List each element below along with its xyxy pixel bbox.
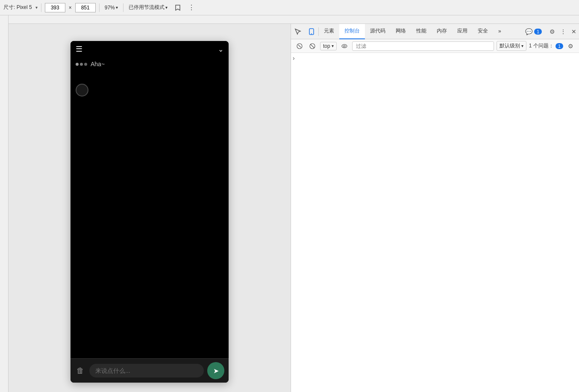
bookmark-button[interactable]	[173, 3, 183, 13]
svg-point-7	[344, 45, 345, 47]
bookmark-icon	[174, 4, 181, 11]
dot-3	[84, 63, 87, 66]
more-vertical-icon: ⋮	[560, 28, 566, 35]
eye-icon	[341, 43, 347, 49]
size-label: 尺寸: Pixel 5	[3, 4, 32, 11]
tab-elements[interactable]: 元素	[319, 24, 339, 39]
separator-2	[99, 3, 100, 12]
zoom-dropdown-icon: ▾	[116, 5, 118, 10]
tab-network[interactable]: 网络	[391, 24, 411, 39]
typing-indicator: Aha~	[71, 57, 229, 71]
console-issues-badge: 1	[555, 43, 563, 49]
phone-content	[71, 71, 229, 358]
console-content: ›	[291, 53, 579, 392]
ruler-area: ☰ ⌄ Aha~ 🗑	[0, 15, 579, 392]
svg-point-1	[311, 33, 312, 34]
throttle-button[interactable]: 已停用节流模式 ▾	[127, 3, 169, 12]
tab-security[interactable]: 安全	[473, 24, 493, 39]
throttle-label: 已停用节流模式	[129, 4, 165, 11]
inspect-button[interactable]	[291, 28, 305, 35]
clear-icon	[297, 43, 303, 49]
frame-selector-arrow: ▾	[332, 44, 334, 48]
svg-line-3	[298, 45, 301, 47]
more-options-icon: ⋮	[188, 3, 195, 12]
dot-1	[76, 63, 79, 66]
live-expressions-button[interactable]	[339, 42, 350, 50]
log-level-label: 默认级别	[500, 42, 520, 50]
tab-application[interactable]: 应用	[452, 24, 473, 39]
device-toggle-button[interactable]	[305, 28, 318, 35]
ruler-corner	[0, 15, 9, 24]
device-emulator-panel: ☰ ⌄ Aha~ 🗑	[9, 24, 291, 392]
console-issues-label: 1 个问题：	[529, 42, 554, 50]
ruler-top	[0, 15, 579, 24]
zoom-value: 97%	[105, 5, 115, 11]
settings-button[interactable]: ⚙	[547, 26, 558, 38]
issues-count-badge: 1	[534, 29, 542, 35]
ban-icon	[309, 43, 315, 49]
top-toolbar: 尺寸: Pixel 5 ▾ × 97% ▾ 已停用节流模式 ▾ ⋮	[0, 0, 579, 15]
svg-point-6	[342, 44, 347, 48]
log-level-dropdown[interactable]: 默认级别 ▾	[497, 41, 526, 51]
inspect-icon	[294, 28, 301, 35]
console-gear-icon: ⚙	[568, 43, 573, 50]
issues-badge-button[interactable]: 💬 1	[520, 24, 547, 39]
device-icon	[308, 28, 315, 35]
close-devtools-button[interactable]: ✕	[569, 26, 579, 38]
console-settings-button[interactable]: ⚙	[566, 41, 576, 51]
width-input[interactable]	[45, 3, 65, 12]
ban-button[interactable]	[307, 42, 317, 50]
chevron-down-icon[interactable]: ⌄	[218, 45, 223, 53]
send-button[interactable]: ➤	[207, 362, 224, 379]
trash-icon: 🗑	[76, 366, 84, 375]
svg-line-5	[311, 44, 314, 48]
console-toolbar: top ▾ 默认级别 ▾	[291, 39, 579, 53]
ruler-vertical	[0, 24, 9, 392]
throttle-dropdown-icon: ▾	[165, 5, 168, 10]
gear-icon: ⚙	[550, 28, 555, 35]
hamburger-icon[interactable]: ☰	[76, 44, 82, 54]
tab-performance[interactable]: 性能	[411, 24, 432, 39]
devtools-tabs: 元素 控制台 源代码 网络 性能 内存 应用	[291, 24, 579, 39]
tab-memory[interactable]: 内存	[432, 24, 452, 39]
send-icon: ➤	[213, 367, 219, 375]
frame-selector-label: top	[323, 43, 330, 49]
x-separator: ×	[69, 5, 72, 11]
trash-button[interactable]: 🗑	[75, 365, 86, 377]
zoom-button[interactable]: 97% ▾	[103, 4, 120, 12]
warning-icon: 💬	[525, 28, 532, 35]
tab-more[interactable]: »	[493, 24, 506, 39]
size-dropdown-icon: ▾	[35, 5, 38, 10]
more-options-button[interactable]: ⋮	[186, 2, 197, 13]
typing-text: Aha~	[91, 61, 105, 67]
devtools-more-button[interactable]: ⋮	[558, 26, 569, 38]
message-input[interactable]	[89, 364, 204, 377]
height-input[interactable]	[75, 3, 96, 12]
separator-3	[123, 3, 123, 12]
phone-bottom-bar: 🗑 ➤	[71, 358, 229, 383]
typing-dots-icon	[76, 63, 87, 66]
dot-2	[80, 63, 83, 66]
ruler-horizontal	[9, 15, 579, 23]
separator-1	[41, 3, 41, 12]
circle-decoration	[76, 84, 88, 97]
tab-console[interactable]: 控制台	[339, 24, 365, 39]
frame-selector-dropdown[interactable]: top ▾	[320, 42, 337, 50]
phone-frame: ☰ ⌄ Aha~ 🗑	[71, 41, 229, 383]
log-level-arrow: ▾	[521, 44, 523, 48]
clear-console-button[interactable]	[294, 42, 305, 50]
console-issues-button[interactable]: 1 个问题： 1	[529, 42, 563, 50]
filter-input[interactable]	[352, 41, 494, 51]
devtools-panel: 元素 控制台 源代码 网络 性能 内存 应用	[291, 24, 579, 392]
expand-arrow-icon[interactable]: ›	[293, 55, 295, 61]
main-area: ☰ ⌄ Aha~ 🗑	[0, 24, 579, 392]
close-icon: ✕	[571, 28, 576, 35]
tab-sources[interactable]: 源代码	[365, 24, 391, 39]
phone-top-bar: ☰ ⌄	[71, 41, 229, 57]
